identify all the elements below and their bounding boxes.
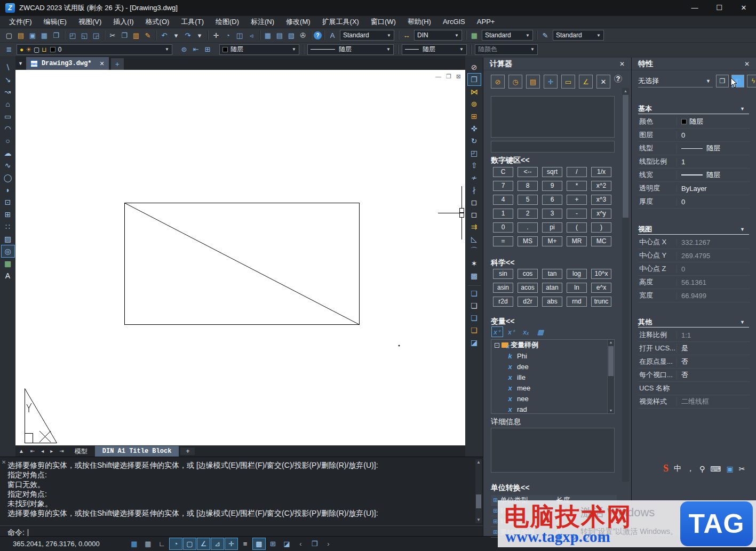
- copy-drawing-icon[interactable]: ❐: [50, 30, 62, 41]
- menu-item[interactable]: 窗口(W): [365, 16, 402, 28]
- point-tool-icon[interactable]: ∷: [2, 221, 14, 233]
- menu-item[interactable]: 绘图(D): [210, 16, 245, 28]
- table-icon[interactable]: ▤: [274, 30, 285, 41]
- lineweight-combo[interactable]: 随层 ▼: [402, 44, 467, 55]
- close-button[interactable]: ✕: [731, 0, 756, 16]
- unit-expand-icon[interactable]: ⊞: [493, 529, 497, 535]
- other-section-header[interactable]: 其他 ▼: [638, 317, 749, 328]
- linetype-combo[interactable]: 随层 ▼: [307, 44, 394, 55]
- calc-key[interactable]: 1: [493, 209, 513, 219]
- rectangle-tool-icon[interactable]: ▭: [2, 110, 14, 122]
- variable-row[interactable]: xnee: [491, 393, 614, 404]
- sci-key[interactable]: sin: [493, 269, 513, 279]
- sci-key[interactable]: cos: [518, 269, 538, 279]
- sci-key[interactable]: 10^x: [591, 269, 611, 279]
- calc-key[interactable]: 0: [493, 222, 513, 233]
- draworder-under-icon[interactable]: ❏: [468, 312, 481, 324]
- move-icon[interactable]: ✜: [468, 123, 481, 134]
- calc-key[interactable]: (: [567, 222, 587, 233]
- calc-key[interactable]: 5: [518, 195, 538, 205]
- redo-icon[interactable]: ↷: [182, 30, 194, 41]
- calc-key[interactable]: 3: [542, 209, 562, 219]
- calc-key[interactable]: 1/x: [591, 167, 611, 177]
- calculator-icon[interactable]: ▦: [262, 30, 274, 41]
- menu-item[interactable]: 格式(O): [140, 16, 176, 28]
- edit-variable-icon[interactable]: x⁺: [506, 327, 517, 337]
- ellipse-tool-icon[interactable]: ◯: [2, 172, 14, 183]
- draworder-front-icon[interactable]: ❏: [468, 288, 481, 299]
- color-combo[interactable]: 随层 ▼: [219, 44, 299, 55]
- menu-item[interactable]: 工具(T): [175, 16, 210, 28]
- scrollbar-thumb[interactable]: [608, 346, 614, 376]
- xline-tool-icon[interactable]: ↘: [2, 74, 14, 85]
- mdi-minimize-icon[interactable]: —: [435, 73, 441, 80]
- object-snap-tracking-icon[interactable]: ⊿: [211, 538, 224, 549]
- units-section-header[interactable]: 单位转换<<: [491, 483, 529, 493]
- sci-key[interactable]: abs: [542, 297, 562, 307]
- ellipse-arc-tool-icon[interactable]: ◗: [2, 184, 14, 196]
- new-variable-icon[interactable]: x⁺: [492, 327, 503, 337]
- mirror-icon[interactable]: ⋈: [468, 86, 481, 98]
- calculator-close-icon[interactable]: ✕: [619, 60, 625, 68]
- grid-icon[interactable]: ▦: [142, 538, 154, 549]
- stretch-icon[interactable]: ⇧: [468, 159, 481, 171]
- calc-key[interactable]: 7: [493, 181, 513, 191]
- extend-icon[interactable]: ∤: [468, 184, 481, 196]
- calc-history-icon[interactable]: ◷: [508, 75, 522, 89]
- maximize-viewport-icon[interactable]: ❐: [308, 538, 321, 549]
- ime-keyboard-icon[interactable]: ⌨: [710, 465, 721, 473]
- return-value-icon[interactable]: ▦: [535, 327, 546, 337]
- calc-get-point-icon[interactable]: ✛: [544, 75, 558, 89]
- publish-icon[interactable]: ◲: [90, 30, 102, 41]
- scroll-up-icon[interactable]: ▲: [475, 459, 482, 466]
- zoom-window-icon[interactable]: ◫: [234, 30, 245, 41]
- next-layout-icon[interactable]: ▸: [47, 448, 56, 454]
- block-editor-icon[interactable]: ▩: [468, 270, 481, 282]
- break-icon[interactable]: ◻: [468, 209, 481, 220]
- sci-key[interactable]: d2r: [518, 297, 538, 307]
- explode-icon[interactable]: ✶: [468, 258, 481, 269]
- plot-icon[interactable]: ◰: [67, 30, 78, 41]
- dim-style-combo[interactable]: DIN▼: [414, 30, 462, 41]
- spline-tool-icon[interactable]: ∿: [2, 159, 14, 171]
- arc-tool-icon[interactable]: ◠: [2, 123, 14, 134]
- variable-row[interactable]: kPhi: [491, 350, 614, 361]
- menu-item[interactable]: 修改(M): [280, 16, 316, 28]
- tab-model[interactable]: 模型: [67, 446, 95, 457]
- calc-key[interactable]: =: [493, 236, 513, 246]
- erase-icon[interactable]: ⊘: [468, 61, 481, 73]
- selection-dropdown[interactable]: 无选择 ▼: [638, 75, 713, 87]
- scroll-down-icon[interactable]: ▼: [475, 517, 482, 523]
- zoom-previous-icon[interactable]: ◃: [245, 30, 257, 41]
- draworder-bg-icon[interactable]: ◪: [468, 337, 481, 348]
- unit-expand-icon[interactable]: ⊞: [493, 497, 497, 503]
- scientific-section-header[interactable]: 科学<<: [491, 258, 514, 268]
- minimize-button[interactable]: —: [682, 0, 707, 16]
- next-layout-icon[interactable]: ›: [322, 538, 335, 549]
- prev-layout-icon[interactable]: ◂: [38, 448, 47, 454]
- polygon-tool-icon[interactable]: ⌂: [2, 98, 14, 110]
- scroll-up-icon[interactable]: ▲: [622, 88, 629, 94]
- new-document-tab-button[interactable]: ＋: [111, 58, 124, 70]
- mtext-tool-icon[interactable]: A: [2, 270, 14, 282]
- calc-key[interactable]: <--: [518, 167, 538, 177]
- calc-get-distance-icon[interactable]: ▭: [561, 75, 575, 89]
- drawing-canvas[interactable]: — ❐ ⊠: [15, 70, 465, 445]
- ortho-icon[interactable]: ∟: [156, 538, 168, 549]
- property-value[interactable]: 0: [677, 198, 750, 206]
- ime-language-toggle[interactable]: 中: [674, 464, 681, 474]
- variables-section-header[interactable]: 变量<<: [491, 317, 514, 326]
- mleader-style-combo[interactable]: Standard▼: [553, 30, 604, 41]
- document-tab-close-icon[interactable]: ✕: [96, 60, 105, 67]
- scroll-down-icon[interactable]: ▼: [608, 408, 614, 413]
- undo-icon[interactable]: ↶: [158, 30, 170, 41]
- calc-key[interactable]: 8: [518, 181, 538, 191]
- save-icon[interactable]: ▣: [27, 30, 38, 41]
- annotation-icon[interactable]: ◪: [281, 538, 293, 549]
- snap-icon[interactable]: ▦: [128, 538, 140, 549]
- sci-key[interactable]: e^x: [591, 283, 611, 293]
- new-icon[interactable]: ▢: [3, 30, 15, 41]
- mdi-restore-icon[interactable]: ❐: [446, 73, 451, 80]
- make-block-tool-icon[interactable]: ⊞: [2, 209, 14, 220]
- calculator-scrollbar[interactable]: ▲: [622, 88, 629, 482]
